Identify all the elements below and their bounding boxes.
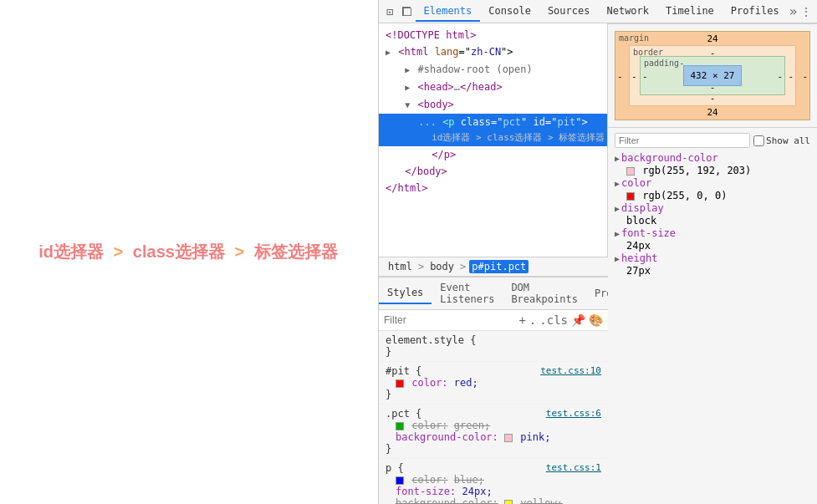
tab-network[interactable]: Network: [598, 2, 657, 22]
p-class-val: pct: [503, 116, 521, 128]
box-margin: margin 24 24 - - border - - - -: [615, 31, 810, 120]
border-left-val: -: [631, 70, 637, 81]
head-tag: <head>: [418, 81, 454, 93]
tab-sources[interactable]: Sources: [539, 2, 599, 22]
computed-bg-color: ▶background-color: [615, 151, 810, 165]
bg-color-swatch-computed[interactable]: [626, 167, 635, 176]
selected-ellipsis: ...: [418, 116, 442, 128]
settings-icon[interactable]: ⋮: [799, 3, 814, 20]
breadcrumb-tag: 标签选择器: [254, 242, 338, 261]
devtools-panel: ⊡ ⧠ Elements Console Sources Network Tim…: [378, 0, 817, 504]
p-selector-line: p { test.css:1: [386, 462, 601, 474]
cls-icon[interactable]: .cls: [539, 313, 568, 327]
dom-line-html-close[interactable]: </html>: [379, 180, 607, 196]
font-size-expand[interactable]: ▶: [615, 229, 620, 238]
dom-line-p-close[interactable]: </p>: [379, 146, 607, 163]
app-root: id选择器 > class选择器 > 标签选择器 ⊡ ⧠ Elements Co…: [0, 0, 817, 504]
pct-color-swatch[interactable]: [396, 422, 404, 430]
computed-bg-color-val-row: rgb(255, 192, 203): [615, 165, 810, 176]
head-ellipsis: …: [454, 81, 460, 93]
bg-color-val: rgb(255, 192, 203): [642, 165, 751, 176]
breadcrumb-display: id选择器 > class选择器 > 标签选择器: [38, 241, 337, 263]
color-val: rgb(255, 0, 0): [642, 190, 727, 201]
pit-link[interactable]: test.css:10: [540, 365, 601, 376]
tab-elements[interactable]: Elements: [416, 2, 481, 22]
device-icon[interactable]: ⧠: [399, 3, 414, 20]
bg-color-name[interactable]: background-color: [621, 152, 718, 164]
margin-left-val: -: [617, 70, 623, 81]
dom-line-shadow[interactable]: ▶ #shadow-root (open): [379, 61, 607, 79]
tab-properties[interactable]: Properties: [586, 283, 608, 303]
computed-display-val-row: block: [615, 215, 810, 227]
html-lang-val: zh-CN: [471, 46, 501, 58]
bg-expand[interactable]: ▶: [615, 154, 620, 163]
computed-filter-input[interactable]: [615, 133, 750, 148]
breadcrumb-class: class选择器: [133, 242, 225, 261]
dom-line-doctype[interactable]: <!DOCTYPE html>: [379, 27, 607, 43]
styles-filter-input[interactable]: [384, 314, 515, 326]
color-picker-icon[interactable]: 🎨: [589, 313, 603, 327]
main-content: id选择器 > class选择器 > 标签选择器 ⊡ ⧠ Elements Co…: [0, 0, 817, 504]
html-expand[interactable]: ▶: [386, 48, 391, 57]
pit-color-swatch[interactable]: [396, 379, 404, 388]
dom-line-body-close[interactable]: </body>: [379, 163, 607, 180]
dom-line-body[interactable]: ▼ <body>: [379, 96, 607, 114]
display-expand[interactable]: ▶: [615, 204, 620, 213]
padding-bottom-val: -: [710, 82, 716, 93]
tab-profiles[interactable]: Profiles: [723, 2, 788, 22]
dom-line-p-selected[interactable]: ... <p class="pct" id="pit"> id选择器 > cla…: [379, 114, 607, 146]
p-bg-swatch[interactable]: [504, 500, 513, 505]
add-style-icon[interactable]: +: [518, 313, 525, 327]
left-panel: id选择器 > class选择器 > 标签选择器: [0, 0, 376, 504]
tab-dom-breakpoints[interactable]: DOM Breakpoints: [503, 277, 585, 309]
computed-color: ▶color: [615, 176, 810, 190]
font-size-prop-name[interactable]: font-size: [621, 227, 676, 239]
tab-timeline[interactable]: Timeline: [657, 2, 723, 22]
breadcrumb-body[interactable]: body: [427, 260, 457, 273]
css-rule-pit: #pit { test.css:10 color: red; }: [379, 362, 608, 405]
breadcrumb-id: id选择器: [38, 242, 104, 261]
content-size: 432 × 27: [691, 70, 735, 81]
styles-content[interactable]: element.style { } #pit { test.css:10: [379, 331, 608, 504]
computed-font-size-val-row: 24px: [615, 240, 810, 252]
inspect-icon[interactable]: ⊡: [382, 3, 397, 20]
breadcrumb-arrow1: >: [418, 261, 424, 272]
padding-right-val: -: [777, 70, 783, 81]
pct-bg-swatch[interactable]: [504, 434, 513, 442]
p-color-swatch[interactable]: [396, 476, 404, 485]
more-tabs-icon[interactable]: »: [789, 3, 798, 19]
color-expand[interactable]: ▶: [615, 179, 620, 188]
tab-styles[interactable]: Styles: [379, 283, 431, 304]
tab-event-listeners[interactable]: Event Listeners: [431, 277, 503, 309]
body-tag: <body>: [418, 99, 454, 110]
arrow1: >: [114, 242, 128, 261]
tab-console[interactable]: Console: [480, 2, 539, 22]
pin-icon[interactable]: 📌: [571, 313, 585, 327]
breadcrumb-bar: html > body > p#pit.pct: [379, 257, 608, 277]
height-prop-name[interactable]: height: [621, 252, 657, 264]
body-expand[interactable]: ▼: [405, 100, 410, 109]
dom-tree[interactable]: <!DOCTYPE html> ▶ <html lang="zh-CN"> ▶: [379, 23, 608, 257]
margin-bottom-val: 24: [707, 107, 717, 118]
breadcrumb-html[interactable]: html: [386, 260, 415, 273]
dot-icon[interactable]: .: [529, 313, 536, 327]
shadow-expand[interactable]: ▶: [405, 65, 410, 74]
pct-link[interactable]: test.css:6: [546, 408, 601, 419]
computed-height-val-row: 27px: [615, 265, 810, 277]
element-style-selector: element.style {: [386, 334, 601, 346]
computed-color-val-row: rgb(255, 0, 0): [615, 190, 810, 201]
breadcrumb-p-pit[interactable]: p#pit.pct: [469, 260, 528, 273]
show-all-checkbox[interactable]: [753, 135, 764, 146]
pct-bg-prop: background-color: pink;: [386, 431, 601, 443]
head-expand[interactable]: ▶: [405, 83, 410, 92]
computed-display: ▶display: [615, 201, 810, 215]
dom-line-head[interactable]: ▶ <head>…</head>: [379, 79, 607, 96]
height-expand[interactable]: ▶: [615, 254, 620, 263]
border-right-val: -: [788, 70, 794, 81]
display-prop-name[interactable]: display: [621, 202, 664, 214]
p-link[interactable]: test.css:1: [546, 462, 601, 473]
computed-height: ▶height: [615, 252, 810, 265]
color-swatch-computed[interactable]: [626, 192, 635, 201]
color-prop-name[interactable]: color: [621, 177, 651, 189]
dom-line-html[interactable]: ▶ <html lang="zh-CN">: [379, 43, 607, 61]
